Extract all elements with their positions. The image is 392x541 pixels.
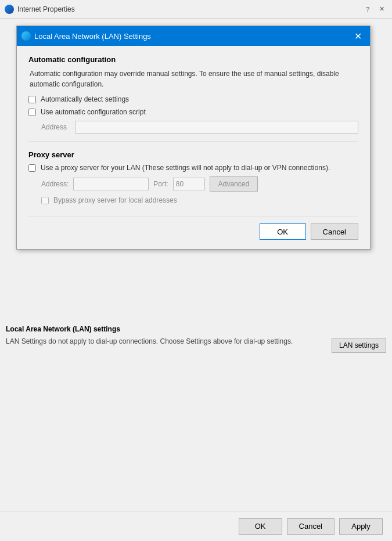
proxy-section-title: Proxy server bbox=[28, 150, 358, 159]
bg-window-title: Internet Properties bbox=[17, 5, 358, 13]
lan-dialog-body: Automatic configuration Automatic config… bbox=[17, 46, 370, 249]
proxy-port-label: Port: bbox=[153, 180, 168, 188]
lan-settings-row: LAN Settings do not apply to dial-up con… bbox=[6, 337, 386, 353]
auto-config-description: Automatic configuration may override man… bbox=[28, 68, 358, 89]
use-script-checkbox[interactable] bbox=[28, 109, 36, 116]
use-proxy-checkbox[interactable] bbox=[28, 164, 36, 172]
internet-properties-bottom-buttons: OK Cancel Apply bbox=[0, 511, 392, 541]
use-script-label: Use automatic configuration script bbox=[41, 108, 146, 116]
advanced-button[interactable]: Advanced bbox=[210, 176, 258, 192]
auto-detect-row: Automatically detect settings bbox=[28, 95, 358, 103]
lan-dialog-icon bbox=[21, 31, 31, 41]
connections-section-title: Local Area Network (LAN) settings bbox=[6, 325, 386, 333]
proxy-server-section: Proxy server Use a proxy server for your… bbox=[28, 150, 358, 204]
bg-window-icon bbox=[5, 5, 14, 14]
script-address-input[interactable] bbox=[75, 121, 358, 134]
bg-cancel-button[interactable]: Cancel bbox=[287, 518, 335, 535]
bg-titlebar: Internet Properties ? ✕ bbox=[0, 0, 392, 19]
script-address-label: Address bbox=[41, 123, 70, 131]
bypass-proxy-checkbox[interactable] bbox=[41, 197, 49, 204]
connections-section: Local Area Network (LAN) settings LAN Se… bbox=[0, 320, 392, 358]
proxy-address-label: Address: bbox=[41, 180, 69, 188]
lan-dialog-titlebar: Local Area Network (LAN) Settings ✕ bbox=[17, 26, 370, 46]
proxy-port-input[interactable] bbox=[173, 178, 205, 190]
bg-titlebar-buttons: ? ✕ bbox=[362, 3, 387, 15]
section-divider bbox=[28, 142, 358, 142]
lan-settings-dialog: Local Area Network (LAN) Settings ✕ Auto… bbox=[16, 26, 371, 250]
bg-ok-button[interactable]: OK bbox=[239, 518, 282, 535]
use-proxy-row: Use a proxy server for your LAN (These s… bbox=[28, 164, 358, 172]
proxy-address-port-row: Address: Port: Advanced bbox=[41, 176, 358, 192]
auto-detect-label: Automatically detect settings bbox=[41, 95, 129, 103]
lan-dialog-buttons: OK Cancel bbox=[28, 216, 358, 240]
proxy-address-input[interactable] bbox=[73, 178, 149, 190]
bg-apply-button[interactable]: Apply bbox=[339, 518, 383, 535]
use-proxy-label: Use a proxy server for your LAN (These s… bbox=[41, 164, 330, 172]
auto-config-section: Automatic configuration Automatic config… bbox=[28, 55, 358, 134]
lan-dialog-title: Local Area Network (LAN) Settings bbox=[34, 32, 347, 41]
auto-detect-checkbox[interactable] bbox=[28, 96, 36, 103]
auto-config-title: Automatic configuration bbox=[28, 55, 358, 64]
bg-close-btn[interactable]: ✕ bbox=[376, 3, 387, 15]
bypass-proxy-label: Bypass proxy server for local addresses bbox=[53, 196, 177, 204]
lan-settings-description: LAN Settings do not apply to dial-up con… bbox=[6, 337, 320, 347]
lan-settings-button[interactable]: LAN settings bbox=[332, 338, 386, 353]
lan-ok-button[interactable]: OK bbox=[260, 223, 306, 240]
bypass-proxy-row: Bypass proxy server for local addresses bbox=[41, 196, 358, 204]
lan-dialog-close-button[interactable]: ✕ bbox=[350, 28, 365, 44]
lan-cancel-button[interactable]: Cancel bbox=[311, 223, 358, 240]
bg-help-btn[interactable]: ? bbox=[362, 3, 373, 15]
script-address-row: Address bbox=[41, 121, 358, 134]
use-script-row: Use automatic configuration script bbox=[28, 108, 358, 116]
